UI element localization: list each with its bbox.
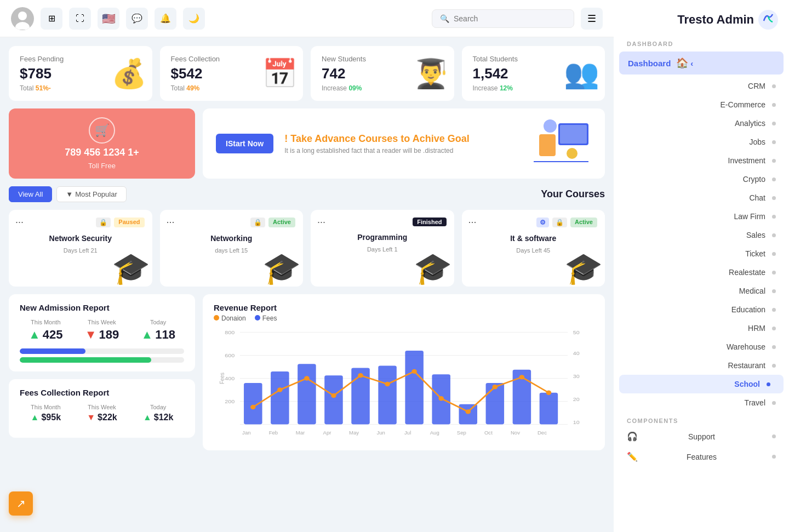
fees-pending-icon: 💰 bbox=[111, 57, 147, 90]
more-options-button[interactable]: ··· bbox=[15, 216, 24, 228]
dot-icon bbox=[772, 103, 776, 107]
dot-icon bbox=[772, 401, 776, 405]
sidebar-item-warehouse[interactable]: Warehouse bbox=[614, 337, 789, 356]
sidebar-item-support[interactable]: 🎧 Support bbox=[614, 426, 789, 447]
adjust-icon[interactable]: ⊞ bbox=[41, 8, 62, 30]
student-illustration: 🎓 bbox=[414, 250, 452, 287]
lock-badge: 🔒 bbox=[552, 218, 567, 227]
sidebar-item-ecommerce[interactable]: E-Commerce bbox=[614, 95, 789, 114]
svg-rect-5 bbox=[560, 125, 587, 144]
course-promo-illustration bbox=[528, 115, 594, 173]
total-students-icon: 👥 bbox=[564, 57, 599, 90]
sidebar-item-school[interactable]: School bbox=[619, 375, 784, 393]
chat-icon[interactable]: 💬 bbox=[126, 8, 148, 30]
fees-collection-report-card: Fees Collection Report This Month ▲ $95k… bbox=[9, 379, 195, 438]
revenue-chart-card: Revenue Report Donaion Fees 800 bbox=[203, 294, 605, 450]
sidebar-item-ticket[interactable]: Ticket bbox=[614, 244, 789, 263]
dot-icon bbox=[772, 455, 776, 459]
dot-icon bbox=[772, 308, 776, 312]
action-fab-button[interactable]: ↗ bbox=[9, 491, 33, 516]
dark-mode-icon[interactable]: 🌙 bbox=[183, 8, 205, 30]
brand-logo bbox=[758, 10, 778, 30]
sidebar-item-crm[interactable]: CRM bbox=[614, 77, 789, 95]
most-popular-button[interactable]: ▼ Most Popular bbox=[56, 186, 126, 202]
sidebar-item-investment[interactable]: Investment bbox=[614, 151, 789, 170]
admission-this-month: This Month ▲ 425 bbox=[20, 319, 72, 342]
svg-rect-25 bbox=[298, 364, 316, 424]
sidebar-item-chat[interactable]: Chat bbox=[614, 188, 789, 207]
sidebar-item-crypto[interactable]: Crypto bbox=[614, 170, 789, 188]
admission-report-card: New Admission Report This Month ▲ 425 Th… bbox=[9, 294, 195, 371]
search-input[interactable] bbox=[454, 14, 566, 23]
gear-badge: ⚙ bbox=[536, 218, 549, 227]
svg-text:400: 400 bbox=[225, 375, 235, 381]
sidebar: Tresto Admin DASHBOARD Dashboard 🏠 ‹ CRM… bbox=[614, 0, 789, 532]
courses-grid: ··· 🔒 Paused Network Security Days Left … bbox=[9, 210, 605, 287]
svg-text:Fees: Fees bbox=[219, 373, 226, 384]
student-illustration: 🎓 bbox=[564, 250, 603, 287]
svg-point-45 bbox=[519, 375, 525, 379]
sidebar-item-sales[interactable]: Sales bbox=[614, 226, 789, 244]
paused-badge: Paused bbox=[114, 218, 144, 227]
avatar[interactable] bbox=[11, 7, 34, 30]
svg-text:Jan: Jan bbox=[242, 431, 250, 436]
stat-total-students: Total Students 1,542 Increase 12% 👥 bbox=[462, 46, 605, 101]
course-card-it-software: ··· ⚙ 🔒 Active It & software Days Left 4… bbox=[462, 210, 605, 287]
new-students-icon: 👨‍🎓 bbox=[413, 57, 449, 90]
arrow-up-icon: ▲ bbox=[143, 413, 152, 422]
dot-icon bbox=[772, 364, 776, 368]
dot-icon bbox=[772, 178, 776, 181]
dashboard-section-label: DASHBOARD bbox=[614, 35, 789, 49]
view-all-button[interactable]: View All bbox=[9, 186, 52, 202]
progress-fill-2 bbox=[20, 357, 151, 363]
flag-icon: 🇺🇸 bbox=[98, 8, 119, 30]
more-options-button[interactable]: ··· bbox=[468, 216, 477, 228]
expand-icon[interactable]: ⛶ bbox=[69, 8, 91, 30]
sidebar-item-analytics[interactable]: Analytics bbox=[614, 114, 789, 133]
svg-text:10: 10 bbox=[573, 420, 580, 425]
arrow-down-icon: ▼ bbox=[87, 413, 95, 422]
svg-point-41 bbox=[411, 369, 417, 374]
dot-icon bbox=[772, 84, 776, 88]
components-section-label: COMPONENTS bbox=[614, 412, 789, 426]
basket-icon: 🛒 bbox=[89, 117, 115, 144]
more-options-button[interactable]: ··· bbox=[167, 216, 175, 228]
sidebar-item-education[interactable]: Education bbox=[614, 300, 789, 319]
menu-button[interactable]: ☰ bbox=[581, 8, 603, 30]
admission-stats: This Month ▲ 425 This Week ▼ 189 bbox=[20, 319, 184, 342]
sidebar-item-medical[interactable]: Medical bbox=[614, 282, 789, 300]
sidebar-item-realestate[interactable]: Realestate bbox=[614, 263, 789, 282]
stat-new-students: New Students 742 Increase 09% 👨‍🎓 bbox=[311, 46, 454, 101]
sidebar-item-features[interactable]: ✏️ Features bbox=[614, 447, 789, 467]
svg-text:50: 50 bbox=[573, 329, 580, 335]
start-now-button[interactable]: IStart Now bbox=[216, 134, 273, 153]
svg-text:May: May bbox=[349, 431, 359, 436]
course-card-networking: ··· 🔒 Active Networking days Left 15 🎓 bbox=[160, 210, 304, 287]
stat-fees-collection: Fees Collection $542 Total 49% 📅 bbox=[160, 46, 304, 101]
report-left: New Admission Report This Month ▲ 425 Th… bbox=[9, 294, 195, 450]
sidebar-item-travel[interactable]: Travel bbox=[614, 393, 789, 412]
svg-point-40 bbox=[385, 382, 390, 386]
progress-bar-1 bbox=[20, 348, 184, 354]
dot-icon bbox=[772, 215, 776, 219]
bell-icon[interactable]: 🔔 bbox=[155, 8, 176, 30]
svg-text:Jul: Jul bbox=[404, 431, 411, 436]
svg-point-35 bbox=[250, 405, 256, 409]
chevron-icon: ‹ bbox=[690, 59, 693, 68]
sidebar-item-hrm[interactable]: HRM bbox=[614, 319, 789, 337]
sidebar-item-restaurant[interactable]: Restaurant bbox=[614, 356, 789, 375]
headphone-icon: 🎧 bbox=[627, 431, 638, 442]
arrow-down-icon: ▼ bbox=[85, 328, 97, 342]
dot-icon bbox=[772, 140, 776, 144]
sidebar-item-dashboard[interactable]: Dashboard 🏠 ‹ bbox=[619, 52, 784, 75]
more-options-button[interactable]: ··· bbox=[317, 216, 325, 228]
dot-icon bbox=[772, 345, 776, 349]
svg-text:Feb: Feb bbox=[269, 431, 278, 436]
sidebar-item-jobs[interactable]: Jobs bbox=[614, 133, 789, 151]
sidebar-item-lawfirm[interactable]: Law Firm bbox=[614, 207, 789, 226]
course-card-network-security: ··· 🔒 Paused Network Security Days Left … bbox=[9, 210, 152, 287]
dot-icon bbox=[772, 252, 776, 256]
active-badge: Active bbox=[570, 218, 597, 227]
dot-icon bbox=[772, 271, 776, 274]
progress-fill-1 bbox=[20, 348, 85, 354]
